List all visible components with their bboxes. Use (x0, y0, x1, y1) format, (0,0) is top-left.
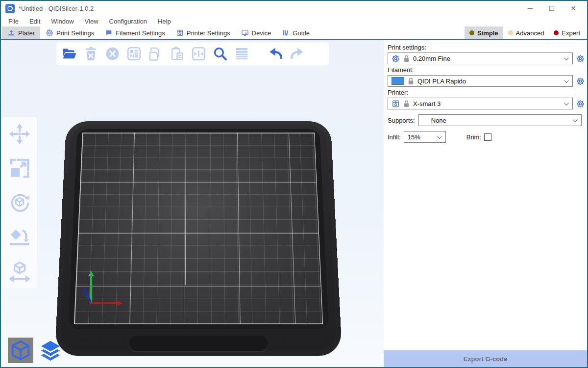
paste-button[interactable] (169, 46, 185, 62)
rotate-icon (8, 191, 31, 214)
arrange-button[interactable] (126, 46, 142, 62)
chevron-down-icon (564, 55, 569, 60)
gear-icon (576, 77, 585, 85)
gizmo-toolbar (2, 117, 37, 288)
copy-button[interactable] (147, 46, 164, 62)
filament-combo[interactable]: QIDI PLA Rapido (388, 75, 573, 87)
simple-dot-icon (469, 30, 474, 35)
mode-label: Advanced (516, 29, 544, 37)
close-button[interactable]: ✕ (563, 1, 584, 15)
open-folder-icon (62, 46, 77, 61)
redo-arrow-icon (290, 46, 305, 61)
tab-label: Printer Settings (187, 29, 230, 37)
tab-label: Filament Settings (116, 29, 165, 37)
menu-window[interactable]: Window (46, 17, 79, 26)
edit-filament-button[interactable] (575, 76, 585, 86)
undo-arrow-icon (268, 46, 283, 61)
edit-printer-button[interactable] (575, 99, 585, 108)
gear-icon (46, 29, 53, 37)
redo-button[interactable] (289, 46, 305, 62)
print-bed[interactable] (49, 103, 348, 364)
export-gcode-button[interactable]: Export G-code (384, 350, 587, 367)
chevron-down-icon (573, 117, 578, 122)
tab-print-settings[interactable]: Print Settings (40, 26, 99, 39)
place-on-face-button[interactable] (8, 225, 31, 249)
undo-button[interactable] (268, 46, 284, 62)
menu-view[interactable]: View (79, 17, 104, 26)
tab-label: Plater (18, 29, 35, 37)
settings-sidebar: Print settings: 0.20mm Fine Filament: QI… (384, 40, 587, 367)
app-logo-icon (5, 4, 15, 13)
rotate-button[interactable] (8, 191, 31, 214)
print-settings-label: Print settings: (388, 44, 585, 51)
copy-icon (148, 46, 163, 61)
print-settings-combo[interactable]: 0.20mm Fine (388, 53, 573, 64)
gear-icon (576, 100, 585, 108)
view-mode-toggles (8, 338, 63, 363)
tab-label: Device (252, 29, 271, 37)
expert-dot-icon (554, 30, 559, 35)
delete-button[interactable] (83, 46, 99, 62)
delete-all-button[interactable] (104, 46, 121, 62)
supports-label: Supports: (388, 117, 415, 124)
axes-origin-icon (74, 262, 128, 309)
mode-label: Simple (477, 29, 498, 37)
gear-icon (576, 54, 585, 63)
gear-icon (392, 54, 400, 63)
search-icon (213, 46, 228, 61)
preview-layers-button[interactable] (38, 338, 63, 363)
tab-bar: Plater Print Settings Filament Settings … (1, 26, 587, 39)
arrange-grid-icon (126, 46, 142, 61)
layer-lines-icon (234, 46, 249, 61)
paste-icon (170, 46, 185, 61)
trash-icon (83, 46, 98, 61)
lock-icon (403, 55, 410, 62)
filament-value: QIDI PLA Rapido (417, 78, 561, 85)
open-file-button[interactable] (61, 46, 77, 62)
plater-3d-viewport[interactable] (1, 40, 384, 367)
menu-help[interactable]: Help (152, 17, 176, 26)
mode-advanced[interactable]: Advanced (503, 26, 549, 39)
mode-simple[interactable]: Simple (465, 26, 503, 39)
split-objects-button[interactable] (191, 46, 207, 62)
tab-plater[interactable]: Plater (2, 26, 40, 39)
variable-layer-height-button[interactable] (234, 46, 250, 62)
brim-checkbox[interactable] (484, 133, 491, 141)
supports-value: None (422, 117, 569, 124)
menu-edit[interactable]: Edit (24, 17, 46, 26)
printer-label: Printer: (388, 89, 585, 96)
mode-label: Expert (562, 29, 580, 37)
measure-button[interactable] (8, 260, 31, 283)
menu-configuration[interactable]: Configuration (104, 17, 152, 26)
scale-icon (8, 157, 31, 180)
maximize-button[interactable]: ☐ (541, 1, 563, 15)
chevron-down-icon (437, 134, 442, 139)
filament-icon (105, 29, 113, 37)
plater-toolbar (56, 42, 329, 65)
minimize-button[interactable]: ─ (519, 1, 541, 15)
editor-3d-view-button[interactable] (8, 338, 33, 363)
search-button[interactable] (212, 46, 228, 62)
lock-icon (403, 100, 410, 107)
tab-filament-settings[interactable]: Filament Settings (99, 26, 170, 39)
split-arrows-icon (191, 46, 206, 61)
printer-combo[interactable]: X-smart 3 (388, 98, 573, 109)
tab-device[interactable]: Device (236, 26, 277, 39)
move-button[interactable] (8, 122, 31, 146)
menu-file[interactable]: File (3, 17, 24, 26)
tab-label: Print Settings (56, 29, 94, 37)
tab-guide[interactable]: Guide (276, 26, 315, 39)
bed-handle (129, 336, 268, 351)
brim-label: Brim: (466, 133, 481, 141)
advanced-dot-icon (508, 30, 513, 35)
supports-combo[interactable]: None (418, 114, 582, 126)
scale-button[interactable] (8, 157, 31, 180)
tab-printer-settings[interactable]: Printer Settings (171, 26, 236, 39)
edit-print-settings-button[interactable] (575, 53, 585, 63)
layers-stack-icon (39, 339, 62, 362)
menu-bar: File Edit Window View Configuration Help (1, 16, 587, 26)
infill-label: Infill: (388, 133, 401, 141)
mode-expert[interactable]: Expert (549, 26, 585, 39)
print-settings-value: 0.20mm Fine (413, 55, 561, 62)
infill-combo[interactable]: 15% (404, 131, 446, 143)
